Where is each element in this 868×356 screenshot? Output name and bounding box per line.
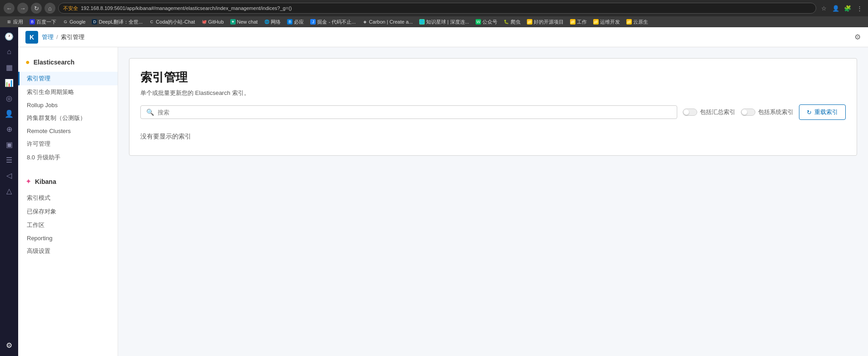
index-management-card: 索引管理 单个或批量更新您的 Elasticsearch 索引。 🔍 包括汇总索… (129, 58, 857, 156)
baidu-icon: B (30, 19, 35, 25)
doc-nav-icon[interactable]: ☰ (2, 153, 16, 167)
sidebar-item-index-patterns[interactable]: 索引模式 (18, 191, 118, 205)
bookmark-deepl[interactable]: D DeepL翻译：全世... (89, 18, 145, 26)
system-toggle[interactable] (741, 109, 755, 116)
top-bar: K 管理 / 索引管理 ⚙ (18, 27, 868, 47)
tag-nav-icon[interactable]: ◁ (2, 168, 16, 183)
system-toggle-knob (742, 109, 747, 115)
bookmark-apps[interactable]: ⊞ 应用 (4, 18, 26, 26)
sidebar-item-ccr[interactable]: 跨集群复制（公测版） (18, 111, 118, 125)
bing-icon: B (287, 19, 293, 25)
devops-icon: 📁 (593, 19, 599, 25)
coda-icon: C (149, 19, 154, 25)
search-box[interactable]: 🔍 (140, 105, 677, 119)
system-toggle-label: 包括系统索引 (758, 108, 794, 116)
cloudnative-icon: 📁 (626, 19, 632, 25)
globe-nav-icon[interactable]: ⊕ (2, 122, 16, 136)
sidebar-item-advanced-settings[interactable]: 高级设置 (18, 244, 118, 258)
alert-nav-icon[interactable]: △ (2, 183, 16, 198)
rollup-toggle[interactable] (683, 109, 697, 116)
sidebar-item-remote-clusters[interactable]: Remote Clusters (18, 125, 118, 137)
bookmark-cloudnative[interactable]: 📁 云原生 (624, 18, 651, 26)
discover-nav-icon[interactable]: ◎ (2, 91, 16, 105)
kibana-section-title: Kibana (35, 178, 56, 185)
bookmark-btn[interactable]: ☆ (819, 3, 829, 13)
extension-btn[interactable]: 🧩 (843, 3, 853, 13)
opensource-icon: 📁 (527, 19, 532, 25)
newchat-icon: ✦ (230, 19, 236, 25)
bookmark-zsxq[interactable]: 🌐 知识星球 | 深度连... (417, 18, 472, 26)
reload-button[interactable]: ↻ 重载索引 (799, 104, 846, 120)
bookmark-baidu[interactable]: B 百度一下 (27, 18, 59, 26)
url-text: 192.168.8.109:5601/app/kibana#/managemen… (81, 5, 811, 11)
github-icon: 🐙 (201, 19, 207, 25)
main-area: ● Elasticsearch 索引管理 索引生命周期策略 Rollup Job… (18, 47, 868, 356)
bookmark-juejin[interactable]: J 掘金 - 代码不止... (308, 18, 358, 26)
browser-actions: ☆ 👤 🧩 ⋮ (819, 3, 864, 13)
refresh-button[interactable]: ↻ (31, 3, 42, 14)
empty-state: 没有要显示的索引 (140, 129, 846, 144)
rollup-toggle-label: 包括汇总索引 (700, 108, 735, 116)
sidebar-item-ilm[interactable]: 索引生命周期策略 (18, 85, 118, 99)
menu-btn[interactable]: ⋮ (854, 3, 864, 13)
content-area: 索引管理 单个或批量更新您的 Elasticsearch 索引。 🔍 包括汇总索… (118, 47, 868, 356)
settings-button[interactable]: ⚙ (854, 33, 861, 41)
bookmark-github[interactable]: 🐙 GitHub (198, 18, 226, 25)
kibana-section-header: ✦ Kibana (18, 173, 118, 189)
bookmark-carbon[interactable]: ◈ Carbon | Create a... (359, 18, 415, 25)
controls-row: 🔍 包括汇总索引 包括系统索引 (140, 104, 846, 120)
bookmark-spider[interactable]: 🐛 爬虫 (501, 18, 523, 26)
clock-nav-icon[interactable]: 🕐 (2, 29, 16, 44)
sidebar-item-license[interactable]: 许可管理 (18, 137, 118, 151)
bookmark-wechat[interactable]: W 公众号 (473, 18, 500, 26)
back-button[interactable]: ← (4, 3, 15, 14)
settings-nav-icon[interactable]: ⚙ (2, 338, 16, 352)
bookmark-google[interactable]: G Google (60, 18, 88, 25)
juejin-icon: J (310, 19, 316, 25)
bookmark-coda[interactable]: C Coda的小站-Chat (146, 18, 198, 26)
network-icon: 🌐 (264, 19, 269, 25)
bookmark-opensource[interactable]: 📁 好的开源项目 (524, 18, 566, 26)
bookmark-network[interactable]: 🌐 网络 (261, 18, 283, 26)
user-nav-icon[interactable]: 👤 (2, 106, 16, 121)
sidebar-item-rollup[interactable]: Rollup Jobs (18, 99, 118, 111)
breadcrumb-parent[interactable]: 管理 (42, 33, 54, 41)
visualize-nav-icon[interactable]: 📊 (2, 75, 16, 90)
carbon-icon: ◈ (362, 19, 367, 25)
sidebar-item-reporting[interactable]: Reporting (18, 232, 118, 244)
deepl-icon: D (92, 19, 97, 25)
search-input[interactable] (158, 109, 671, 116)
breadcrumb-separator: / (56, 34, 58, 40)
rollup-toggle-knob (684, 109, 689, 115)
breadcrumb: 管理 / 索引管理 (42, 33, 84, 41)
dashboard-nav-icon[interactable]: ▦ (2, 60, 16, 74)
home-button[interactable]: ⌂ (45, 3, 55, 14)
bookmark-bing[interactable]: B 必应 (284, 18, 307, 26)
reload-label: 重载索引 (814, 108, 838, 116)
package-nav-icon[interactable]: ▣ (2, 137, 16, 152)
address-bar[interactable]: 不安全 192.168.8.109:5601/app/kibana#/manag… (58, 3, 816, 14)
bookmark-devops[interactable]: 📁 运维开发 (590, 18, 623, 26)
kibana-logo: K (25, 31, 38, 44)
app-container: 🕐 ⌂ ▦ 📊 ◎ 👤 ⊕ ▣ ☰ ◁ △ ⚙ K 管理 / 索引管理 ⚙ ● (0, 27, 868, 356)
forward-button[interactable]: → (17, 3, 28, 14)
work-icon: 📁 (570, 19, 575, 25)
profile-btn[interactable]: 👤 (831, 3, 841, 13)
sidebar: ● Elasticsearch 索引管理 索引生命周期策略 Rollup Job… (18, 47, 118, 356)
home-nav-icon[interactable]: ⌂ (2, 44, 16, 59)
wechat-icon: W (476, 19, 481, 25)
bookmark-work[interactable]: 📁 工作 (567, 18, 590, 26)
sidebar-item-workspaces[interactable]: 工作区 (18, 218, 118, 232)
elasticsearch-section-icon: ● (25, 58, 30, 66)
elasticsearch-section-title: Elasticsearch (34, 59, 74, 66)
sidebar-item-saved-objects[interactable]: 已保存对象 (18, 205, 118, 218)
elasticsearch-section-header: ● Elasticsearch (18, 54, 118, 70)
sidebar-item-upgrade[interactable]: 8.0 升级助手 (18, 151, 118, 164)
browser-toolbar: ← → ↻ ⌂ 不安全 192.168.8.109:5601/app/kiban… (0, 0, 868, 16)
page-title: 索引管理 (140, 69, 846, 85)
reload-icon: ↻ (807, 109, 812, 116)
bookmark-newchat[interactable]: ✦ New chat (228, 18, 261, 25)
zsxq-icon: 🌐 (419, 19, 425, 25)
security-warning: 不安全 (63, 5, 78, 12)
sidebar-item-index-management[interactable]: 索引管理 (18, 72, 118, 85)
